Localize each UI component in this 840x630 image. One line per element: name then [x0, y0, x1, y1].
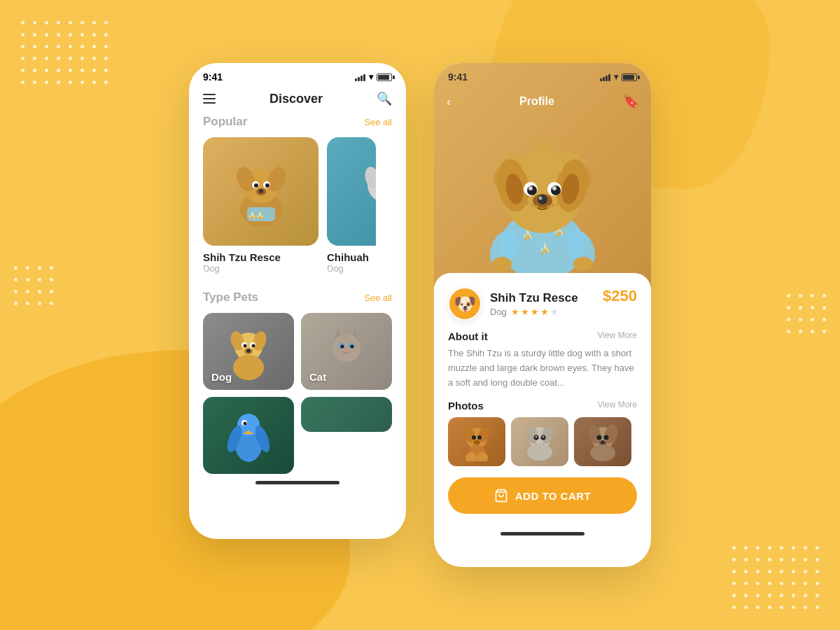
svg-point-69 [552, 186, 556, 190]
star-1: ★ [511, 307, 519, 317]
status-bar-discover: 9:41 ▾ [189, 63, 406, 85]
svg-point-79 [556, 202, 559, 205]
profile-nav: ‹ Profile 🔖 [434, 88, 651, 115]
dog-type-label: Dog [211, 371, 232, 383]
star-5: ★ [550, 307, 559, 317]
pet-card-info-1: Shih Tzu Resce Dog [203, 246, 318, 276]
status-icons-discover: ▾ [355, 72, 392, 82]
battery-icon [377, 74, 392, 81]
about-title: About it [448, 330, 488, 342]
photo-thumb-1[interactable] [448, 417, 505, 466]
star-3: ★ [531, 307, 539, 317]
svg-point-26 [244, 344, 247, 348]
menu-icon[interactable] [203, 94, 216, 104]
home-indicator-discover [255, 481, 340, 484]
svg-point-75 [531, 204, 533, 206]
dot-pattern-left [14, 266, 53, 305]
photo-thumb-2[interactable] [511, 417, 568, 466]
photos-grid [448, 417, 637, 466]
type-card-dog[interactable]: Dog [203, 313, 294, 390]
svg-point-77 [547, 205, 550, 208]
bookmark-icon[interactable]: 🔖 [623, 94, 638, 109]
pet-name-1: Shih Tzu Resce [203, 251, 318, 263]
add-to-cart-button[interactable]: ADD TO CART [448, 477, 637, 514]
popular-see-all[interactable]: See all [364, 117, 392, 127]
svg-point-76 [536, 205, 538, 208]
battery-icon-profile [622, 74, 637, 81]
profile-name-section: 🐶 Shih Tzu Resce Dog ★ ★ ★ ★ ★ [448, 287, 578, 321]
pet-type-1: Dog [203, 263, 318, 274]
svg-point-37 [351, 345, 354, 349]
type-card-4[interactable] [301, 397, 392, 432]
star-4: ★ [540, 307, 549, 317]
profile-pet-type: Dog [490, 307, 507, 317]
photos-section: Photos View More [448, 400, 637, 466]
svg-point-85 [473, 440, 480, 444]
svg-point-36 [341, 345, 344, 349]
svg-point-33 [332, 334, 360, 362]
svg-point-94 [536, 435, 538, 438]
svg-point-103 [601, 440, 605, 444]
type-card-bird[interactable] [203, 397, 294, 474]
profile-body: 🐶 Shih Tzu Resce Dog ★ ★ ★ ★ ★ [434, 273, 651, 526]
type-pets-see-all[interactable]: See all [364, 293, 392, 303]
photo-1-svg [456, 423, 498, 461]
profile-pet-name: Shih Tzu Resce [490, 291, 578, 305]
profile-title: Profile [519, 95, 554, 108]
photos-header: Photos View More [448, 400, 637, 412]
dot-pattern-right [787, 294, 826, 333]
svg-point-83 [472, 435, 476, 440]
svg-point-38 [344, 349, 349, 353]
type-grid: Dog [203, 313, 392, 474]
photos-view-more[interactable]: View More [598, 400, 637, 412]
svg-text:🍌🍌: 🍌🍌 [248, 211, 265, 220]
pet-avatar: 🐶 [448, 287, 482, 321]
svg-point-68 [528, 186, 533, 190]
about-view-more[interactable]: View More [598, 330, 637, 342]
svg-point-6 [254, 183, 258, 188]
svg-text:🍌: 🍌 [539, 243, 552, 255]
svg-point-30 [233, 355, 264, 380]
star-2: ★ [521, 307, 529, 317]
pet-card-info-2: Chihuah Dog [327, 246, 376, 276]
type-card-cat[interactable]: Cat [301, 313, 392, 390]
svg-point-96 [527, 444, 552, 461]
wifi-icon-profile: ▾ [614, 72, 618, 82]
dot-pattern-tl [21, 21, 108, 84]
pet-avatar-emoji: 🐶 [454, 293, 476, 315]
about-section: About it View More The Shih Tzu is a stu… [448, 330, 637, 390]
popular-title: Popular [203, 115, 247, 129]
bird-type-illustration [220, 404, 276, 467]
phones-container: 9:41 ▾ Discover 🔍 [189, 63, 651, 567]
popular-cards: 🍌🍌 Shih Tzu Resce Dog [203, 137, 392, 276]
dot-pattern-br [732, 546, 819, 609]
add-to-cart-label: ADD TO CART [515, 490, 592, 502]
discover-content: Popular See all [189, 115, 406, 474]
back-button[interactable]: ‹ [447, 94, 451, 109]
cat-type-label: Cat [309, 371, 326, 383]
svg-point-104 [590, 444, 615, 461]
about-header: About it View More [448, 330, 637, 342]
pet-card-chihuahua[interactable]: Chihuah Dog [327, 137, 376, 276]
signal-icon [355, 73, 365, 81]
popular-section-header: Popular See all [203, 115, 392, 129]
cat-type-illustration [318, 320, 374, 383]
profile-header: 9:41 ▾ ‹ Profile [434, 63, 651, 287]
svg-point-71 [538, 195, 547, 204]
svg-point-78 [552, 204, 554, 206]
search-icon[interactable]: 🔍 [377, 91, 392, 106]
status-bar-profile: 9:41 ▾ [434, 63, 651, 85]
type-pets-section-header: Type Pets See all [203, 290, 392, 304]
pet-card-shih-tzu[interactable]: 🍌🍌 Shih Tzu Resce Dog [203, 137, 318, 276]
phone-discover: 9:41 ▾ Discover 🔍 [189, 63, 406, 539]
svg-point-100 [597, 435, 602, 440]
about-description: The Shih Tzu is a sturdy little dog with… [448, 346, 637, 390]
home-indicator-profile [500, 532, 584, 536]
svg-point-74 [526, 202, 528, 205]
time-discover: 9:41 [203, 71, 223, 83]
photo-thumb-3[interactable] [574, 417, 631, 466]
svg-point-7 [265, 183, 270, 188]
dog-illustration-1: 🍌🍌 [226, 150, 296, 234]
dog-illustration-2 [350, 150, 377, 234]
time-profile: 9:41 [448, 71, 468, 83]
